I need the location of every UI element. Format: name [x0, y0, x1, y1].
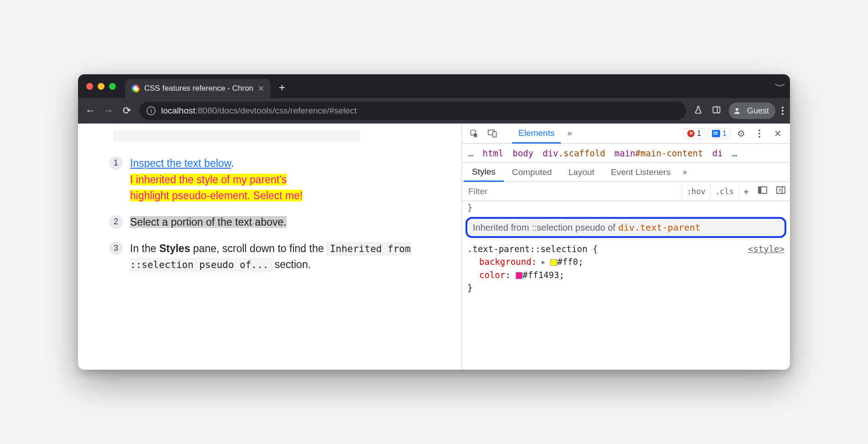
settings-icon[interactable]: ⚙	[733, 126, 749, 141]
instructions-list: Inspect the text below. I inherited the …	[109, 155, 449, 273]
site-info-icon[interactable]: i	[146, 106, 156, 115]
close-devtools-icon[interactable]: ✕	[770, 126, 785, 141]
css-rule[interactable]: .text-parent::selection { <style> backgr…	[465, 242, 786, 295]
page-content: Inspect the text below. I inherited the …	[78, 124, 461, 370]
avatar-icon	[731, 104, 743, 117]
svg-rect-8	[777, 187, 785, 194]
svg-point-2	[736, 108, 738, 111]
highlighted-text[interactable]: I inherited the style of my parent's	[130, 174, 287, 186]
subtab-computed[interactable]: Computed	[504, 163, 560, 181]
svg-rect-0	[713, 107, 720, 113]
chrome-menu-icon[interactable]	[782, 107, 784, 115]
side-panel-icon[interactable]	[711, 105, 722, 117]
minimize-window-icon[interactable]	[98, 83, 105, 90]
url-host: localhost	[161, 106, 195, 115]
close-window-icon[interactable]	[86, 83, 93, 90]
rule-close-brace: }	[467, 281, 784, 294]
rule-selector[interactable]: .text-parent::selection	[467, 244, 587, 254]
breadcrumb-ellipsis[interactable]: …	[732, 148, 737, 158]
color-swatch-icon[interactable]	[550, 259, 557, 266]
styles-pane[interactable]: } Inherited from ::selection pseudo of d…	[462, 201, 790, 370]
toggle-sidebar-icon[interactable]	[772, 186, 790, 196]
bc-main[interactable]: main#main-content	[614, 148, 703, 158]
device-toolbar-icon[interactable]	[485, 126, 500, 141]
inspect-link[interactable]: Inspect the text below	[130, 157, 231, 169]
styles-filter-input[interactable]	[462, 186, 682, 196]
browser-window: CSS features reference - Chron ✕ + ﹀ ← →…	[78, 74, 790, 370]
prev-rule-close: }	[465, 201, 786, 214]
bc-html[interactable]: html	[482, 148, 503, 158]
computed-sidebar-icon[interactable]	[753, 186, 772, 196]
tab-title: CSS features reference - Chron	[144, 84, 253, 93]
devtools-toolbar: Elements » ✕ 1 1 ⚙ ✕	[462, 124, 790, 144]
inherited-from-header[interactable]: Inherited from ::selection pseudo of div…	[465, 217, 786, 238]
hov-button[interactable]: :hov	[682, 182, 710, 201]
browser-tab[interactable]: CSS features reference - Chron ✕	[125, 79, 271, 98]
source-link[interactable]: <style>	[748, 243, 784, 256]
devtools-panel: Elements » ✕ 1 1 ⚙ ✕ … html	[461, 124, 790, 370]
styles-label-bold: Styles	[159, 243, 190, 254]
svg-rect-5	[493, 131, 497, 137]
bc-trailing[interactable]: di	[712, 148, 723, 158]
bc-body[interactable]: body	[512, 148, 533, 158]
subtab-layout[interactable]: Layout	[560, 163, 602, 181]
subtab-event-listeners[interactable]: Event Listeners	[602, 163, 679, 181]
step-2: Select a portion of the text above.	[109, 214, 449, 231]
browser-toolbar: ← → ⟳ i localhost:8080/docs/devtools/css…	[78, 98, 790, 124]
expand-icon[interactable]: ▶	[542, 258, 545, 266]
close-tab-icon[interactable]: ✕	[258, 84, 264, 93]
errors-badge[interactable]: ✕ 1	[683, 128, 705, 139]
highlighted-text[interactable]: highlight pseudo-element. Select me!	[130, 190, 303, 201]
styles-subtabs: Styles Computed Layout Event Listeners »	[462, 163, 790, 182]
tab-strip: CSS features reference - Chron ✕ + ﹀	[78, 74, 790, 98]
issues-count: 1	[722, 129, 727, 138]
cls-button[interactable]: .cls	[710, 182, 738, 201]
inspect-element-icon[interactable]	[466, 126, 482, 141]
back-button[interactable]: ←	[84, 105, 96, 117]
more-subtabs-icon[interactable]: »	[679, 167, 690, 177]
forward-button[interactable]: →	[103, 105, 115, 117]
styles-filter-bar: :hov .cls +	[462, 182, 790, 201]
issues-badge[interactable]: 1	[708, 128, 731, 139]
maximize-window-icon[interactable]	[109, 83, 116, 90]
more-tabs-icon[interactable]: »	[564, 129, 575, 138]
step-2-text: Select a portion of the text above.	[130, 216, 287, 228]
error-count: 1	[697, 129, 701, 138]
profile-label: Guest	[747, 106, 769, 116]
breadcrumb-ellipsis[interactable]: …	[468, 148, 473, 158]
tab-elements[interactable]: Elements	[512, 124, 561, 144]
window-controls	[86, 83, 116, 90]
color-swatch-icon[interactable]	[516, 272, 523, 279]
issues-icon	[712, 130, 720, 137]
url-path: :8080/docs/devtools/css/reference/#selec…	[195, 106, 357, 115]
dom-breadcrumb[interactable]: … html body div.scaffold main#main-conte…	[462, 144, 790, 163]
labs-icon[interactable]	[692, 105, 704, 117]
reload-button[interactable]: ⟳	[121, 105, 133, 117]
step-1: Inspect the text below. I inherited the …	[109, 155, 449, 204]
page-banner	[114, 130, 360, 142]
svg-rect-7	[759, 188, 761, 193]
address-bar[interactable]: i localhost:8080/docs/devtools/css/refer…	[139, 102, 686, 120]
devtools-menu-icon[interactable]	[752, 126, 767, 141]
inherited-prefix: Inherited from ::selection pseudo of	[473, 221, 615, 234]
error-icon: ✕	[687, 130, 695, 137]
inherited-selector[interactable]: div.text-parent	[618, 221, 701, 234]
new-style-rule-button[interactable]: +	[738, 182, 753, 201]
viewport: Inspect the text below. I inherited the …	[78, 124, 790, 370]
subtab-styles[interactable]: Styles	[464, 163, 504, 182]
tabs-dropdown-icon[interactable]: ﹀	[774, 81, 786, 92]
new-tab-button[interactable]: +	[279, 81, 285, 94]
bc-div[interactable]: div.scaffold	[543, 148, 605, 158]
step-3: In the Styles pane, scroll down to find …	[109, 241, 449, 273]
prop-color[interactable]: color: #ff1493;	[467, 268, 784, 282]
profile-chip[interactable]: Guest	[729, 103, 775, 119]
chrome-favicon-icon	[131, 84, 140, 93]
prop-background[interactable]: background: ▶ #ff0;	[467, 255, 784, 268]
